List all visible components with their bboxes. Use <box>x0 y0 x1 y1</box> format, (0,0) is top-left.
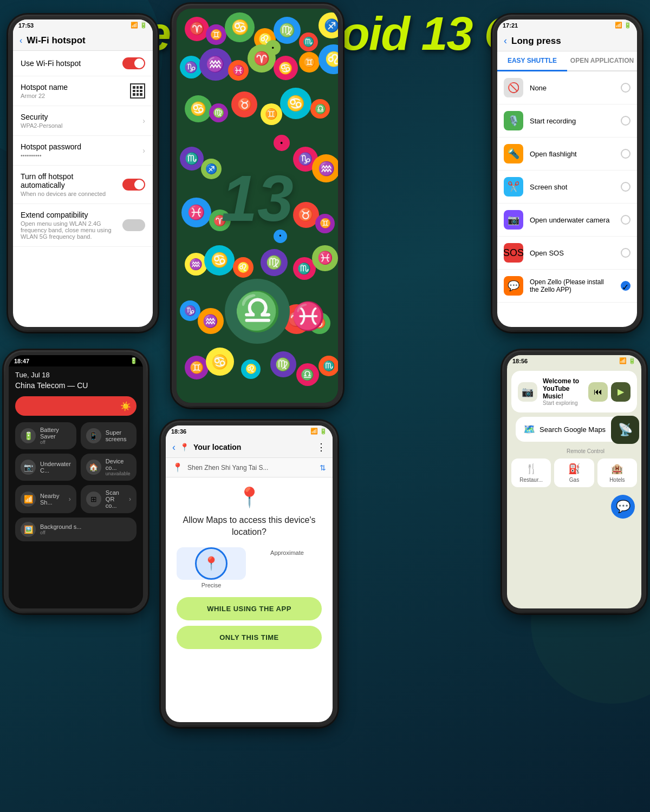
maps-location-row: 📍 Shen Zhen Shi Yang Tai S... ⇅ <box>166 458 333 477</box>
wifi-security-label: Security <box>21 113 62 121</box>
lp-tabs: EASY SHUTTLE OPEN APPLICATION <box>497 51 637 71</box>
lp-icon-flashlight: 🔦 <box>504 144 523 163</box>
background-icon: 🖼️ <box>21 522 36 537</box>
wifi-security-value: WPA2-Personal <box>21 122 62 129</box>
qs-tile-qr[interactable]: ⊞ Scan QR co... › <box>81 485 136 513</box>
restaurant-icon: 🍴 <box>515 463 548 475</box>
lp-icon-none: 🚫 <box>504 78 523 97</box>
qs-qr-label: Scan QR co... <box>106 489 125 509</box>
lp-item-screenshot[interactable]: ✂️ Screen shot <box>497 171 637 204</box>
wifi-auto-row[interactable]: Turn off hotspot automatically When no d… <box>13 166 153 204</box>
superscreens-icon: 📱 <box>86 428 101 443</box>
tab-easy-shuttle[interactable]: EASY SHUTTLE <box>497 51 567 71</box>
phone-wifi-screen: 17:53 📶 🔋 ‹ Wi-Fi hotspot Use Wi-Fi hots… <box>13 19 153 327</box>
lp-back-button[interactable]: ‹ <box>504 35 507 47</box>
maps-icons: 📶 🔋 <box>310 428 327 435</box>
gas-icon: ⛽ <box>557 463 590 475</box>
qs-superscreens-label: Super screens <box>106 429 131 442</box>
battery-saver-icon: 🔋 <box>21 428 36 443</box>
lp-radio-screenshot[interactable] <box>621 182 630 192</box>
wifi-extend-sub: Open menu using WLAN 2.4G frequency band… <box>21 220 117 240</box>
messenger-icon[interactable]: 💬 <box>611 495 635 519</box>
qs-tile-battery[interactable]: 🔋 Battery Saver off <box>15 422 76 449</box>
maps-swap-icon[interactable]: ⇅ <box>320 463 326 472</box>
wifi-use-hotspot-row[interactable]: Use Wi-Fi hotspot <box>13 51 153 76</box>
wifi-security-row[interactable]: Security WPA2-Personal › <box>13 106 153 136</box>
lp-label-recording: Start recording <box>530 117 614 125</box>
yt-prev-button[interactable]: ⏮ <box>588 382 608 402</box>
wifi-icons: 📶 🔋 <box>131 22 147 29</box>
yt-remote-widget[interactable]: 📡 <box>611 416 639 444</box>
yt-sub: Start exploring <box>543 400 583 406</box>
wifi-use-toggle[interactable] <box>122 57 145 69</box>
maps-icon: 🗺️ <box>523 423 535 435</box>
maps-location-sub: Shen Zhen Shi Yang Tai S... <box>187 464 315 472</box>
yt-grid-restaurants[interactable]: 🍴 Restaur... <box>511 459 551 487</box>
lp-time: 17:21 <box>503 22 518 29</box>
nearby-icon: 📶 <box>21 492 36 507</box>
nearby-chevron: › <box>69 495 71 503</box>
phone-quick: 18:47 🔋 Tue, Jul 18 China Telecom — CU ☀… <box>5 352 146 612</box>
qs-device-label: Device co... <box>106 458 131 471</box>
qs-device-sub: unavailable <box>106 471 131 476</box>
maps-back-button[interactable]: ‹ <box>172 442 176 453</box>
lp-radio-sos[interactable] <box>621 248 630 258</box>
maps-time: 18:36 <box>171 428 186 435</box>
yt-title: Welcome to YouTube Music! <box>543 377 583 400</box>
wifi-time: 17:53 <box>18 22 34 29</box>
wallpaper: ♈ ♊ ♋ ♌ ♍ ♏ ♐ ♑ ♒ ♓ ♈ ♋ ♊ ♌ ♋ ♍ ♉ ♊ ♋ <box>177 9 338 403</box>
phone-center-screen: ♈ ♊ ♋ ♌ ♍ ♏ ♐ ♑ ♒ ♓ ♈ ♋ ♊ ♌ ♋ ♍ ♉ ♊ ♋ <box>177 9 338 403</box>
qs-tile-underwater[interactable]: 📷 Underwater C... <box>15 454 76 481</box>
lp-header: ‹ Long press <box>497 31 637 51</box>
wifi-name-row[interactable]: Hotspot name Armor 22 <box>13 76 153 106</box>
yt-grid-hotels-label: Hotels <box>601 477 634 483</box>
phone-maps: 18:36 📶 🔋 ‹ 📍 Your location ⋮ 📍 Shen Zhe… <box>162 422 336 725</box>
qs-tile-background[interactable]: 🖼️ Background s... off <box>15 518 136 541</box>
lp-item-recording[interactable]: 🎙️ Start recording <box>497 104 637 137</box>
qs-tile-nearby[interactable]: 📶 Nearby Sh... › <box>15 485 76 513</box>
lp-radio-zello[interactable]: ✓ <box>621 281 630 291</box>
phone-yt-screen: 18:56 📶 🔋 📷 Welcome to YouTube Music! St… <box>507 355 641 608</box>
wifi-auto-toggle[interactable] <box>122 179 145 191</box>
lp-item-sos[interactable]: SOS Open SOS <box>497 237 637 270</box>
maps-menu-icon[interactable]: ⋮ <box>316 441 326 453</box>
lp-radio-recording[interactable] <box>621 116 630 126</box>
lp-item-zello[interactable]: 💬 Open Zello (Please install the Zello A… <box>497 270 637 303</box>
qs-brightness-slider[interactable]: ☀️ <box>15 396 136 416</box>
lp-item-none[interactable]: 🚫 None <box>497 71 637 104</box>
lp-item-flashlight[interactable]: 🔦 Open flashlight <box>497 137 637 171</box>
yt-grid-hotels[interactable]: 🏨 Hotels <box>597 459 637 487</box>
maps-btn-once[interactable]: ONLY THIS TIME <box>177 626 322 649</box>
wifi-status-bar: 17:53 📶 🔋 <box>13 19 153 31</box>
phone-maps-screen: 18:36 📶 🔋 ‹ 📍 Your location ⋮ 📍 Shen Zhe… <box>166 425 333 722</box>
wifi-back-button[interactable]: ‹ <box>20 36 22 45</box>
maps-btn-while[interactable]: WHILE USING THE APP <box>177 597 322 620</box>
brightness-sun-icon: ☀️ <box>120 401 131 411</box>
qs-time: 18:47 <box>14 358 29 364</box>
lp-radio-underwater[interactable] <box>621 215 630 225</box>
qs-underwater-label: Underwater C... <box>40 461 71 474</box>
wifi-password-chevron: › <box>142 146 145 155</box>
wifi-password-row[interactable]: Hotspot password •••••••••• › <box>13 136 153 166</box>
wifi-extend-row[interactable]: Extend compatibility Open menu using WLA… <box>13 204 153 247</box>
lp-radio-none[interactable] <box>621 83 630 93</box>
yt-status-bar: 18:56 📶 🔋 <box>507 355 641 366</box>
phone-quick-screen: 18:47 🔋 Tue, Jul 18 China Telecom — CU ☀… <box>9 355 143 608</box>
tab-open-application[interactable]: OPEN APPLICATION <box>567 51 637 70</box>
qs-battery-sub: off <box>40 440 71 445</box>
lp-radio-flashlight[interactable] <box>621 149 630 159</box>
wifi-password-label: Hotspot password <box>21 142 81 151</box>
lp-item-underwater[interactable]: 📷 Open underwater camera <box>497 204 637 237</box>
maps-location-label: Your location <box>193 443 312 451</box>
yt-play-button[interactable]: ▶ <box>611 382 630 402</box>
wifi-extend-toggle[interactable] <box>122 219 145 231</box>
lp-label-flashlight: Open flashlight <box>530 150 614 158</box>
qs-tile-device[interactable]: 🏠 Device co... unavailable <box>81 454 136 481</box>
lp-icon-zello: 💬 <box>504 276 523 296</box>
maps-location-icon: 📍 <box>180 443 189 451</box>
lp-label-sos: Open SOS <box>530 249 614 257</box>
yt-grid-gas[interactable]: ⛽ Gas <box>554 459 594 487</box>
qs-tile-superscreens[interactable]: 📱 Super screens <box>81 422 136 449</box>
yt-info: Welcome to YouTube Music! Start explorin… <box>543 377 583 406</box>
lp-label-zello: Open Zello (Please install the Zello APP… <box>530 278 614 293</box>
